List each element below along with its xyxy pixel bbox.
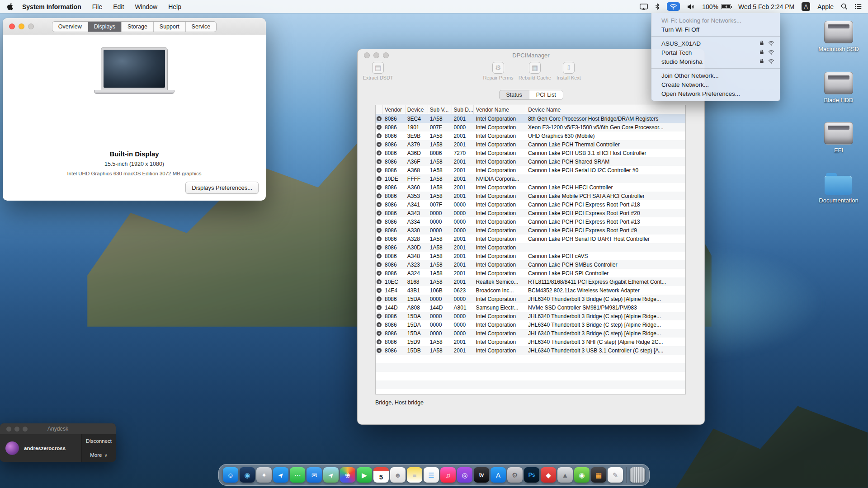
table-row[interactable]: 8086A34300000000Intel CorporationCannon … [376,209,685,217]
screen-mirroring-icon[interactable] [640,4,648,10]
dock-launchpad-icon[interactable]: ✦ [256,467,272,483]
column-header[interactable]: Sub V... [428,105,452,114]
close-button[interactable] [364,52,370,58]
dock-system-preferences-icon[interactable]: ⚙ [507,467,523,483]
bluetooth-icon[interactable] [655,3,660,10]
desktop-icon-blade-hdd[interactable]: Blade HDD [807,72,868,103]
dock-podcasts-icon[interactable]: ◎ [457,467,472,483]
dock-music-icon[interactable]: ♫ [440,467,456,483]
dock-red-app-icon[interactable]: ◆ [541,467,556,483]
dock-app-store-icon[interactable]: A [491,467,506,483]
dock-photoshop-icon[interactable]: Ps [524,467,539,483]
wifi-menu-action[interactable]: Open Network Preferences... [651,89,780,98]
wifi-menu-icon[interactable] [667,2,680,11]
dock-calendar-icon[interactable]: 5 [373,467,389,483]
table-row[interactable]: 80863E9B1A582001Intel CorporationUHD Gra… [376,131,685,140]
table-row[interactable]: 8086A3681A582001Intel CorporationCannon … [376,166,685,174]
dock-contacts-icon[interactable]: ☻ [390,467,406,483]
tab-support[interactable]: Support [154,22,186,32]
input-source-icon[interactable]: A [802,2,810,11]
apple-menu-icon[interactable] [6,3,13,10]
volume-icon[interactable] [687,4,695,10]
table-row[interactable]: 8086A33000000000Intel CorporationCannon … [376,226,685,235]
minimize-button[interactable] [373,52,379,58]
desktop-icon-macintosh-ssd[interactable]: Macintosh SSD [807,21,868,52]
active-app-name[interactable]: System Information [22,3,81,10]
close-button[interactable] [9,23,15,29]
toolbar-install-kext-button[interactable]: ⇩Install Kext [548,62,589,80]
table-row[interactable]: 808615DA00000000Intel CorporationJHL6340… [376,312,685,320]
tab-service[interactable]: Service [186,22,217,32]
dock-photos-icon[interactable]: ❀ [340,467,355,483]
toolbar-repair-perms-button[interactable]: ⚙Repair Perms [478,62,519,80]
dock-finder-icon[interactable]: ☺ [223,467,238,483]
table-row[interactable]: 8086A30D1A582001Intel Corporation [376,243,685,252]
displays-preferences-button[interactable]: Displays Preferences... [185,182,259,194]
dock-reminders-icon[interactable]: ☰ [424,467,439,483]
table-row[interactable]: 80861901007F0000Intel CorporationXeon E3… [376,123,685,131]
tab-status[interactable]: Status [499,90,529,99]
menu-file[interactable]: File [92,3,103,10]
dock-activity-monitor-icon[interactable]: ▦ [591,467,606,483]
table-row[interactable]: 808615DA00000000Intel CorporationJHL6340… [376,295,685,303]
menu-window[interactable]: Window [135,3,157,10]
wifi-network-item[interactable]: Portal Tech [651,48,780,57]
table-row[interactable]: 808615DA00000000Intel CorporationJHL6340… [376,320,685,329]
table-row[interactable]: 8086A3791A582001Intel CorporationCannon … [376,140,685,149]
table-row[interactable]: 808615D91A582001Intel CorporationJHL6340… [376,338,685,346]
toolbar-extract-dsdt-button[interactable]: ▤Extract DSDT [358,62,398,80]
desktop-icon-documentation[interactable]: Documentation [807,173,868,204]
column-header[interactable]: Device Name [526,105,685,114]
tab-pci-list[interactable]: PCI List [529,90,563,99]
dock-facetime-icon[interactable]: ▶ [357,467,372,483]
table-row[interactable]: 8086A3601A582001Intel CorporationCannon … [376,183,685,192]
table-row[interactable]: 8086A341007F0000Intel CorporationCannon … [376,200,685,209]
tab-overview[interactable]: Overview [52,22,88,32]
column-header[interactable]: Device [406,105,428,114]
zoom-button[interactable] [28,23,34,29]
zoom-button[interactable] [23,427,28,432]
table-row[interactable]: 8086A36D80867270Intel CorporationCannon … [376,149,685,157]
dock-anydesk-icon[interactable]: ◉ [574,467,590,483]
column-header[interactable]: Vendor [383,105,406,114]
table-row[interactable]: 80863EC41A582001Intel Corporation8th Gen… [376,114,685,123]
dock-textedit-icon[interactable]: ✎ [608,467,623,483]
dock-tv-icon[interactable]: tv [474,467,489,483]
dock-notes-icon[interactable]: ≡ [407,467,422,483]
notification-center-icon[interactable] [855,4,862,9]
dock-trash-icon[interactable] [630,467,645,483]
table-row[interactable]: 144DA808144DA801Samsung Electr...NVMe SS… [376,303,685,312]
column-header[interactable]: Sub D... [452,105,474,114]
wifi-menu-action[interactable]: Create Network... [651,80,780,89]
column-header[interactable]: Vendor Name [474,105,526,114]
wifi-network-item[interactable]: studio Monisha [651,57,780,66]
minimize-button[interactable] [19,23,24,29]
tab-displays[interactable]: Displays [88,22,122,32]
table-row[interactable]: 8086A3231A582001Intel CorporationCannon … [376,260,685,269]
tab-storage[interactable]: Storage [122,22,154,32]
user-switch-menu[interactable]: Apple [817,3,834,10]
dock-maps-icon[interactable]: ➤ [323,467,339,483]
table-row[interactable]: 8086A33400000000Intel CorporationCannon … [376,217,685,226]
dock-messages-icon[interactable]: ⋯ [290,467,305,483]
menu-edit[interactable]: Edit [113,3,124,10]
zoom-button[interactable] [383,52,389,58]
table-row[interactable]: 8086A3281A582001Intel CorporationCannon … [376,235,685,243]
table-row[interactable]: 14E443B1106B0623Broadcom Inc...BCM4352 8… [376,286,685,295]
spotlight-search-icon[interactable] [841,3,848,10]
table-row[interactable]: 10DEFFFF1A582001NVIDIA Corpora... [376,174,685,183]
turn-wifi-off-item[interactable]: Turn Wi-Fi Off [651,25,780,34]
desktop-icon-efi[interactable]: EFI [807,122,868,154]
table-row[interactable]: 8086A3481A582001Intel CorporationCannon … [376,252,685,260]
wifi-network-item[interactable]: ASUS_X01AD [651,39,780,48]
minimize-button[interactable] [14,427,19,432]
disconnect-button[interactable]: Disconnect [82,434,116,448]
close-button[interactable] [6,427,11,432]
table-row[interactable]: 10EC81681A582001Realtek Semico...RTL8111… [376,277,685,286]
menu-help[interactable]: Help [168,3,181,10]
dock-installer-icon[interactable]: ▲ [557,467,573,483]
wifi-menu-action[interactable]: Join Other Network... [651,71,780,80]
table-row[interactable]: 808615DB1A582001Intel CorporationJHL6340… [376,346,685,355]
table-row[interactable]: 8086A3531A582001Intel CorporationCannon … [376,192,685,200]
dock-siri-icon[interactable]: ◉ [240,467,255,483]
